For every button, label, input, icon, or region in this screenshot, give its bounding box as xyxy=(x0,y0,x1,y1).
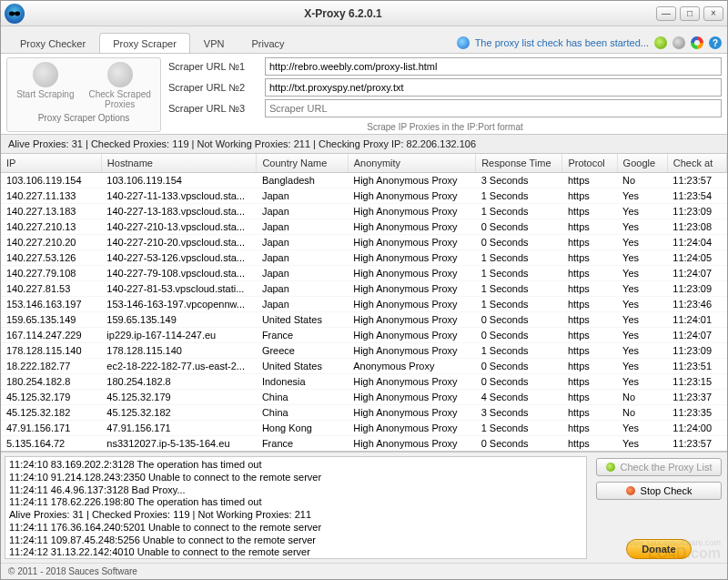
table-cell: 11:23:09 xyxy=(667,204,726,219)
table-cell: 3 Seconds xyxy=(476,173,562,188)
table-cell: 167.114.247.229 xyxy=(1,328,101,343)
table-cell: Japan xyxy=(257,281,348,297)
table-cell: 45.125.32.179 xyxy=(1,390,101,405)
settings-orb-icon[interactable] xyxy=(672,36,685,49)
table-row[interactable]: 5.135.164.72ns3312027.ip-5-135-164.euFra… xyxy=(1,436,727,452)
table-row[interactable]: 140.227.53.126140-227-53-126.vpscloud.st… xyxy=(1,250,727,266)
table-cell: Indonesia xyxy=(257,374,348,390)
table-cell: 140.227.81.53 xyxy=(1,281,101,297)
table-row[interactable]: 45.125.32.18245.125.32.182ChinaHigh Anon… xyxy=(1,405,727,421)
table-cell: China xyxy=(257,390,348,405)
column-header[interactable]: Protocol xyxy=(562,154,617,173)
scraper-url2-input[interactable] xyxy=(265,78,722,97)
table-cell: 0 Seconds xyxy=(476,312,562,328)
scraper-url1-input[interactable] xyxy=(265,57,722,76)
table-cell: High Anonymous Proxy xyxy=(348,390,475,405)
table-row[interactable]: 140.227.13.183140-227-13-183.vpscloud.st… xyxy=(1,204,727,219)
app-logo-icon xyxy=(5,4,25,24)
table-row[interactable]: 178.128.115.140178.128.115.140GreeceHigh… xyxy=(1,343,727,359)
table-cell: https xyxy=(562,421,617,436)
stop-check-button[interactable]: Stop Check xyxy=(596,482,722,500)
summary-status-line: Alive Proxies: 31 | Checked Proxies: 119… xyxy=(1,135,727,154)
tab-vpn[interactable]: VPN xyxy=(190,33,238,53)
table-cell: 159.65.135.149 xyxy=(101,312,257,328)
check-proxy-list-button[interactable]: Check the Proxy List xyxy=(596,458,722,476)
table-row[interactable]: 140.227.11.133140-227-11-133.vpscloud.st… xyxy=(1,188,727,204)
table-row[interactable]: 153.146.163.197153-146-163-197.vpcopennw… xyxy=(1,297,727,312)
table-cell: 140.227.11.133 xyxy=(1,188,101,204)
scraper-url3-input[interactable] xyxy=(265,99,722,117)
check-scraped-label: Check Scraped Proxies xyxy=(89,89,151,109)
start-scraping-button[interactable]: Start Scraping xyxy=(16,62,74,109)
table-row[interactable]: 18.222.182.77ec2-18-222-182-77.us-east-2… xyxy=(1,359,727,374)
column-header[interactable]: IP xyxy=(1,154,101,173)
table-cell: https xyxy=(562,235,617,250)
table-cell: High Anonymous Proxy xyxy=(348,374,475,390)
column-header[interactable]: Response Time xyxy=(476,154,562,173)
table-cell: No xyxy=(617,405,667,421)
tab-proxy-checker[interactable]: Proxy Checker xyxy=(6,33,99,53)
table-cell: Yes xyxy=(617,281,667,297)
table-cell: 0 Seconds xyxy=(476,235,562,250)
help-icon[interactable]: ? xyxy=(709,36,722,49)
table-cell: High Anonymous Proxy xyxy=(348,405,475,421)
status-orb-icon xyxy=(654,36,667,49)
color-wheel-icon[interactable] xyxy=(691,36,703,49)
table-cell: ns3312027.ip-5-135-164.eu xyxy=(101,436,257,452)
log-line: 11:24:10 83.169.202.2:3128 The operation… xyxy=(9,459,582,472)
table-row[interactable]: 167.114.247.229ip229.ip-167-114-247.euFr… xyxy=(1,328,727,343)
donate-button[interactable]: Donate xyxy=(626,539,691,559)
table-cell: 103.106.119.154 xyxy=(1,173,101,188)
table-row[interactable]: 140.227.81.53140-227-81-53.vpscloud.stat… xyxy=(1,281,727,297)
table-cell: 4 Seconds xyxy=(476,390,562,405)
column-header[interactable]: Check at xyxy=(667,154,726,173)
status-message: The proxy list check has been started... xyxy=(475,37,649,48)
table-row[interactable]: 140.227.79.108140-227-79-108.vpscloud.st… xyxy=(1,266,727,281)
table-cell: Yes xyxy=(617,312,667,328)
log-line: 11:24:12 31.13.22.142:4010 Unable to con… xyxy=(9,546,582,559)
table-cell: https xyxy=(562,312,617,328)
close-button[interactable]: × xyxy=(703,6,723,21)
table-cell: High Anonymous Proxy xyxy=(348,266,475,281)
table-row[interactable]: 47.91.156.17147.91.156.171Hong KongHigh … xyxy=(1,421,727,436)
toolbar: Start Scraping Check Scraped Proxies Pro… xyxy=(1,54,727,135)
proxy-table[interactable]: IPHostnameCountry NameAnonymityResponse … xyxy=(1,154,727,452)
table-cell: Yes xyxy=(617,436,667,452)
table-cell: 140.227.210.20 xyxy=(1,235,101,250)
log-output[interactable]: 11:24:10 83.169.202.2:3128 The operation… xyxy=(5,456,587,559)
log-line: 11:24:11 109.87.45.248:5256 Unable to co… xyxy=(9,534,582,547)
table-cell: https xyxy=(562,219,617,235)
table-cell: 140-227-210-13.vpscloud.sta... xyxy=(101,219,257,235)
maximize-button[interactable]: □ xyxy=(680,6,700,21)
column-header[interactable]: Anonymity xyxy=(348,154,475,173)
table-cell: High Anonymous Proxy xyxy=(348,312,475,328)
table-cell: 1 Seconds xyxy=(476,204,562,219)
table-cell: 11:24:07 xyxy=(667,266,726,281)
footer-copyright: © 2011 - 2018 Sauces Software xyxy=(1,563,727,579)
refresh-icon[interactable] xyxy=(457,36,470,49)
table-cell: https xyxy=(562,204,617,219)
table-cell: High Anonymous Proxy xyxy=(348,250,475,266)
table-row[interactable]: 140.227.210.20140-227-210-20.vpscloud.st… xyxy=(1,235,727,250)
table-cell: France xyxy=(257,328,348,343)
tab-privacy[interactable]: Privacy xyxy=(238,33,298,53)
column-header[interactable]: Hostname xyxy=(101,154,257,173)
log-line: 11:24:10 91.214.128.243:2350 Unable to c… xyxy=(9,472,582,484)
table-row[interactable]: 140.227.210.13140-227-210-13.vpscloud.st… xyxy=(1,219,727,235)
column-header[interactable]: Country Name xyxy=(257,154,348,173)
table-row[interactable]: 180.254.182.8180.254.182.8IndonesiaHigh … xyxy=(1,374,727,390)
table-cell: 140.227.210.13 xyxy=(1,219,101,235)
log-line: 11:24:11 46.4.96.137:3128 Bad Proxy... xyxy=(9,484,582,497)
scraper-url2-label: Scraper URL №2 xyxy=(168,82,259,93)
table-cell: United States xyxy=(257,359,348,374)
table-row[interactable]: 45.125.32.17945.125.32.179ChinaHigh Anon… xyxy=(1,390,727,405)
column-header[interactable]: Google xyxy=(617,154,667,173)
check-scraped-proxies-button[interactable]: Check Scraped Proxies xyxy=(89,62,151,109)
table-row[interactable]: 159.65.135.149159.65.135.149United State… xyxy=(1,312,727,328)
table-row[interactable]: 103.106.119.154103.106.119.154Bangladesh… xyxy=(1,173,727,188)
table-cell: Greece xyxy=(257,343,348,359)
table-cell: No xyxy=(617,173,667,188)
table-cell: Yes xyxy=(617,235,667,250)
minimize-button[interactable]: — xyxy=(656,6,676,21)
tab-proxy-scraper[interactable]: Proxy Scraper xyxy=(99,33,190,53)
